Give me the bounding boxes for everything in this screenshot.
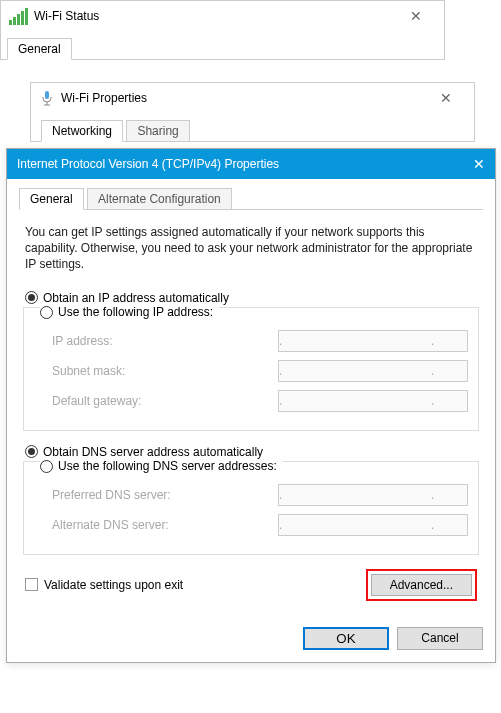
tab-sharing[interactable]: Sharing xyxy=(126,120,189,142)
default-gateway-input xyxy=(278,390,468,412)
close-icon[interactable]: ✕ xyxy=(396,8,436,24)
window-title: Wi-Fi Status xyxy=(34,9,99,23)
titlebar: Wi-Fi Properties ✕ xyxy=(31,83,474,113)
wifi-status-window: Wi-Fi Status ✕ General xyxy=(0,0,445,60)
tab-networking[interactable]: Networking xyxy=(41,120,123,142)
field-alternate-dns: Alternate DNS server: xyxy=(52,514,468,536)
radio-label: Use the following DNS server addresses: xyxy=(58,459,277,473)
radio-label: Use the following IP address: xyxy=(58,305,213,319)
advanced-highlight: Advanced... xyxy=(366,569,477,601)
ip-address-input xyxy=(278,330,468,352)
tab-alternate-configuration[interactable]: Alternate Configuration xyxy=(87,188,232,209)
radio-dns-manual[interactable]: Use the following DNS server addresses: xyxy=(40,459,283,473)
preferred-dns-input xyxy=(278,484,468,506)
alternate-dns-input xyxy=(278,514,468,536)
ip-manual-group: Use the following IP address: IP address… xyxy=(23,307,479,431)
field-label: Alternate DNS server: xyxy=(52,518,278,532)
tab-general[interactable]: General xyxy=(19,188,84,210)
adapter-icon xyxy=(39,90,55,106)
field-label: Subnet mask: xyxy=(52,364,278,378)
wifi-signal-icon xyxy=(9,8,28,25)
radio-icon xyxy=(25,291,38,304)
tab-general[interactable]: General xyxy=(7,38,72,60)
description-text: You can get IP settings assigned automat… xyxy=(25,224,477,273)
radio-label: Obtain DNS server address automatically xyxy=(43,445,263,459)
radio-icon xyxy=(40,306,53,319)
ok-button[interactable]: OK xyxy=(303,627,389,650)
radio-ip-manual[interactable]: Use the following IP address: xyxy=(40,305,219,319)
radio-label: Obtain an IP address automatically xyxy=(43,291,229,305)
tab-row: General Alternate Configuration xyxy=(19,187,483,210)
window-title: Internet Protocol Version 4 (TCP/IPv4) P… xyxy=(17,157,279,171)
field-label: Default gateway: xyxy=(52,394,278,408)
radio-dns-auto[interactable]: Obtain DNS server address automatically xyxy=(25,445,483,459)
window-title: Wi-Fi Properties xyxy=(61,91,147,105)
dialog-footer: OK Cancel xyxy=(7,617,495,662)
validate-label: Validate settings upon exit xyxy=(44,578,183,592)
field-label: IP address: xyxy=(52,334,278,348)
advanced-button[interactable]: Advanced... xyxy=(371,574,472,596)
field-gateway: Default gateway: xyxy=(52,390,468,412)
tab-row: Networking Sharing xyxy=(31,113,474,141)
bottom-row: Validate settings upon exit Advanced... xyxy=(25,569,477,601)
field-subnet: Subnet mask: xyxy=(52,360,468,382)
subnet-mask-input xyxy=(278,360,468,382)
cancel-button[interactable]: Cancel xyxy=(397,627,483,650)
radio-icon xyxy=(40,460,53,473)
wifi-properties-window: Wi-Fi Properties ✕ Networking Sharing xyxy=(30,82,475,142)
field-preferred-dns: Preferred DNS server: xyxy=(52,484,468,506)
dns-manual-group: Use the following DNS server addresses: … xyxy=(23,461,479,555)
ipv4-properties-window: Internet Protocol Version 4 (TCP/IPv4) P… xyxy=(6,148,496,663)
validate-checkbox[interactable] xyxy=(25,578,38,591)
titlebar: Wi-Fi Status ✕ xyxy=(1,1,444,31)
radio-ip-auto[interactable]: Obtain an IP address automatically xyxy=(25,291,483,305)
field-ip-address: IP address: xyxy=(52,330,468,352)
svg-rect-0 xyxy=(45,91,49,99)
titlebar: Internet Protocol Version 4 (TCP/IPv4) P… xyxy=(7,149,495,179)
tab-row: General xyxy=(1,31,444,59)
close-icon[interactable]: ✕ xyxy=(473,156,485,172)
radio-icon xyxy=(25,445,38,458)
field-label: Preferred DNS server: xyxy=(52,488,278,502)
close-icon[interactable]: ✕ xyxy=(426,90,466,106)
